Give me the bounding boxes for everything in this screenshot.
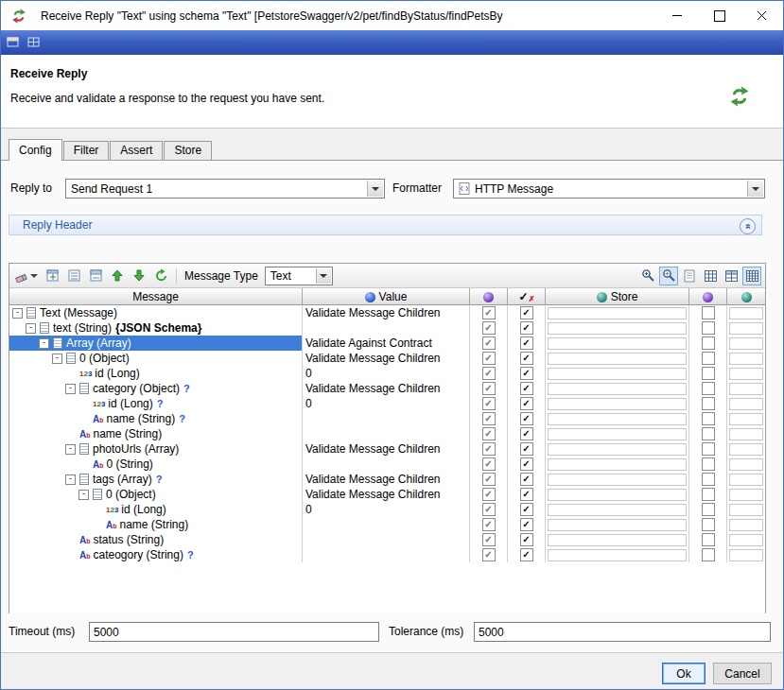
option-checkbox[interactable] (702, 533, 715, 546)
store-cell[interactable] (546, 547, 689, 562)
cancel-button[interactable]: Cancel (713, 663, 772, 684)
table-row[interactable]: -Text (Message)Validate Message Children… (9, 305, 765, 320)
option-checkbox[interactable] (702, 306, 715, 319)
option-input[interactable] (729, 413, 763, 425)
validate-checkbox[interactable]: ✓ (482, 336, 496, 350)
restore-layout-icon[interactable] (7, 36, 22, 49)
message-cell[interactable]: -Array (Array) (9, 336, 303, 351)
value-cell[interactable] (303, 547, 470, 562)
store-input[interactable] (548, 307, 687, 319)
store-input[interactable] (548, 519, 687, 531)
store-input[interactable] (548, 368, 687, 380)
store-cell[interactable] (546, 381, 689, 396)
option-checkbox[interactable] (702, 397, 715, 410)
option-cell-1[interactable] (689, 396, 727, 411)
option-cell-1[interactable] (689, 366, 727, 381)
value-cell[interactable]: Validate Message Children (303, 351, 470, 366)
store-cell[interactable] (546, 487, 689, 502)
option-cell-2[interactable] (727, 441, 765, 457)
check-checkbox[interactable]: ✓ (520, 548, 533, 561)
check-checkbox[interactable]: ✓ (520, 352, 533, 365)
option-cell-1[interactable] (689, 305, 727, 320)
option-checkbox[interactable] (702, 457, 715, 471)
table-row[interactable]: 123id (Long)0✓✓ (9, 366, 765, 381)
validate-cell[interactable]: ✓ (470, 457, 508, 472)
validate-cell[interactable]: ✓ (470, 366, 508, 381)
check-cell[interactable]: ✓ (508, 351, 546, 366)
tree-collapse-toggle[interactable]: - (65, 384, 76, 394)
value-cell[interactable] (303, 426, 470, 441)
option-cell-1[interactable] (689, 487, 727, 502)
check-cell[interactable]: ✓ (508, 472, 546, 487)
option-cell-2[interactable] (727, 426, 765, 441)
validate-checkbox[interactable]: ✓ (482, 548, 496, 561)
option-cell-2[interactable] (727, 396, 765, 411)
option-cell-1[interactable] (689, 320, 727, 336)
validate-checkbox[interactable]: ✓ (482, 306, 496, 319)
option-checkbox[interactable] (702, 488, 715, 501)
validate-checkbox[interactable]: ✓ (482, 352, 496, 365)
message-cell[interactable]: 123id (Long) (9, 366, 303, 381)
reply-header-section[interactable]: Reply Header » (9, 215, 762, 235)
store-cell[interactable] (546, 502, 689, 517)
option-input[interactable] (729, 398, 763, 410)
value-cell[interactable]: 0 (303, 502, 470, 517)
store-cell[interactable] (546, 441, 689, 457)
tree-collapse-toggle[interactable]: - (65, 474, 76, 485)
option-checkbox[interactable] (702, 503, 715, 516)
tab-filter[interactable]: Filter (63, 141, 110, 160)
validate-checkbox[interactable]: ✓ (482, 397, 496, 410)
message-cell[interactable]: Abname (String) (9, 517, 303, 532)
tolerance-input[interactable] (474, 622, 771, 642)
view-grid-2-button[interactable] (722, 267, 740, 285)
option-cell-2[interactable] (727, 517, 765, 532)
validate-cell[interactable]: ✓ (470, 487, 508, 502)
table-row[interactable]: -text (String){JSON Schema}✓✓ (9, 320, 765, 336)
validate-cell[interactable]: ✓ (470, 502, 508, 517)
collapse-section-button[interactable]: » (740, 218, 756, 234)
option-input[interactable] (729, 519, 763, 531)
option-checkbox[interactable] (702, 473, 715, 486)
option-checkbox[interactable] (702, 548, 715, 561)
check-checkbox[interactable]: ✓ (520, 442, 533, 456)
store-cell[interactable] (546, 472, 689, 487)
validate-checkbox[interactable]: ✓ (482, 321, 496, 335)
check-cell[interactable]: ✓ (508, 426, 546, 441)
store-input[interactable] (548, 549, 687, 561)
store-cell[interactable] (546, 457, 689, 472)
message-cell[interactable]: 123id (Long)? (9, 396, 303, 411)
store-input[interactable] (548, 413, 687, 425)
store-input[interactable] (548, 534, 687, 546)
check-cell[interactable]: ✓ (508, 441, 546, 457)
check-checkbox[interactable]: ✓ (520, 488, 533, 501)
message-cell[interactable]: Abcateogory (String)? (9, 547, 303, 562)
option-input[interactable] (729, 458, 763, 471)
collapse-all-button[interactable] (86, 267, 105, 285)
option-cell-1[interactable] (689, 502, 727, 517)
tree-collapse-toggle[interactable]: - (78, 490, 89, 500)
option-input[interactable] (729, 474, 763, 486)
option-cell-2[interactable] (727, 381, 765, 396)
table-row[interactable]: -photoUrls (Array)Validate Message Child… (9, 441, 765, 457)
option-cell-2[interactable] (727, 502, 765, 517)
option-cell-2[interactable] (727, 411, 765, 426)
validate-checkbox[interactable]: ✓ (482, 412, 496, 425)
validate-cell[interactable]: ✓ (470, 411, 508, 426)
check-cell[interactable]: ✓ (508, 457, 546, 472)
value-cell[interactable] (303, 532, 470, 547)
validate-cell[interactable]: ✓ (470, 351, 508, 366)
table-row[interactable]: Abname (String)✓✓ (9, 517, 765, 532)
check-checkbox[interactable]: ✓ (520, 457, 533, 471)
message-type-select[interactable]: Text (265, 267, 333, 285)
message-cell[interactable]: -0 (Object) (9, 487, 303, 502)
tree-collapse-toggle[interactable]: - (12, 308, 23, 319)
check-checkbox[interactable]: ✓ (520, 382, 533, 395)
validate-cell[interactable]: ✓ (470, 305, 508, 320)
store-cell[interactable] (546, 396, 689, 411)
store-input[interactable] (548, 337, 687, 350)
validate-checkbox[interactable]: ✓ (482, 367, 496, 380)
option-checkbox[interactable] (702, 321, 715, 335)
check-checkbox[interactable]: ✓ (520, 397, 533, 410)
check-cell[interactable]: ✓ (508, 532, 546, 547)
check-cell[interactable]: ✓ (508, 411, 546, 426)
